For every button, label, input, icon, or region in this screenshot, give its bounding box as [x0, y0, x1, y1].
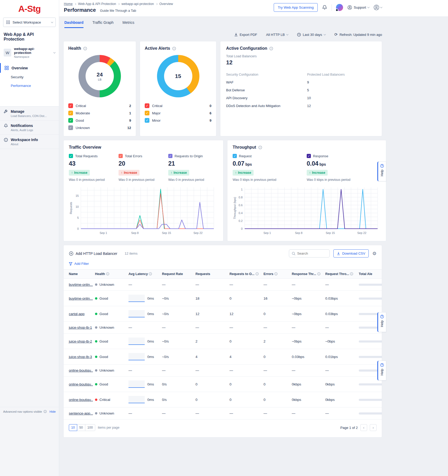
export-pdf-button[interactable]: Export PDF [234, 33, 257, 37]
total-lb-value: 12 [226, 59, 376, 66]
series-checkbox[interactable]: ✓ [119, 154, 123, 158]
table-row[interactable]: cartql-app Good 0ms ~0/s 12 12 0 ~0bps 0… [64, 306, 382, 322]
table-row[interactable]: buytime-onlin... Unknown — — — — — — — [64, 279, 382, 291]
column-header[interactable]: Response Thr... [290, 270, 323, 279]
page-size-option[interactable]: 50 [77, 424, 85, 431]
legend-item: ✓ Unknown 12 [68, 124, 131, 131]
notification-bell-icon[interactable] [322, 5, 327, 10]
series-checkbox[interactable]: ✓ [168, 154, 172, 158]
table-scroll-area[interactable]: NameHealth Avg Latency Request RateReque… [64, 269, 382, 419]
workspace-selector[interactable]: Select Workspace [3, 18, 56, 27]
alerts-donut-chart[interactable]: 15 [157, 55, 199, 97]
search-box[interactable] [289, 249, 330, 257]
tab-metrics[interactable]: Metrics [122, 20, 134, 28]
stat-note: Was 0 kbps in previous period [307, 178, 381, 182]
breadcrumb-item[interactable]: Web App & API Protection [78, 2, 116, 6]
lb-name-link[interactable]: buytime-onlin... [69, 296, 93, 300]
namespace-selector[interactable]: W webapp-api-protection Namespace [0, 45, 59, 63]
lb-name-link[interactable]: juice-shop-lb-1 [69, 326, 92, 329]
table-row[interactable]: juice-shop-lb-2 Good 0ms ~0/s 2 0 2 ~0bp… [64, 334, 382, 349]
column-header[interactable]: Requests to O... [227, 270, 261, 279]
table-row[interactable]: online-boutiqu... Unknown — — — — — — — [64, 365, 382, 377]
info-icon[interactable] [83, 47, 87, 51]
column-header[interactable]: Health [93, 270, 126, 279]
series-checkbox[interactable]: ✓ [69, 154, 73, 158]
health-donut-chart[interactable]: 24 LB [79, 55, 121, 97]
info-icon[interactable] [172, 47, 176, 51]
try-web-app-scanning-button[interactable]: Try Web App Scanning [274, 3, 317, 12]
gear-icon[interactable]: ⚙ [372, 251, 377, 256]
table-row[interactable]: online-boutiqu... Critical 0ms 0/s 0 0 0… [64, 392, 382, 407]
page-size-option[interactable]: 100 [85, 424, 95, 431]
column-header[interactable]: Avg Latency [126, 270, 160, 279]
legend-checkbox[interactable]: ✓ [145, 111, 149, 115]
svg-text:Sep 15: Sep 15 [326, 231, 335, 234]
column-header[interactable]: Errors [261, 270, 290, 279]
column-header[interactable]: Request Thro... [323, 270, 357, 279]
lb-name-link[interactable]: online-boutiqu... [69, 398, 93, 402]
sidebar-item-workspace-info[interactable]: Workspace Info About [0, 135, 59, 149]
column-header[interactable]: Requests [193, 270, 227, 279]
breadcrumb-item[interactable]: webapp-api-protection [121, 2, 154, 6]
lb-name-link[interactable]: juice-shop-lb-2 [69, 339, 92, 343]
lb-name-link[interactable]: sentence-app... [69, 411, 93, 415]
account-menu[interactable] [373, 4, 382, 10]
legend-checkbox[interactable]: ✓ [145, 118, 149, 123]
info-icon[interactable] [269, 47, 273, 51]
help-tab[interactable]: Help [377, 361, 386, 380]
legend-checkbox[interactable]: ✓ [145, 103, 149, 108]
series-checkbox[interactable]: ✓ [307, 154, 311, 158]
table-row[interactable]: juice-shop-lb-3 Good 0ms ~0/s 4 4 0 0.03… [64, 349, 382, 365]
lb-name-link[interactable]: online-boutiqu... [69, 368, 93, 372]
sidebar-item-manage[interactable]: Manage Load Balancers, CDN Dist... [0, 107, 59, 121]
download-csv-button[interactable]: Download CSV [333, 249, 369, 257]
tab-dashboard[interactable]: Dashboard [64, 20, 83, 28]
column-header[interactable]: Request Rate [160, 270, 193, 279]
chevron-down-icon [51, 21, 53, 23]
add-http-lb-button[interactable]: Add HTTP Load Balancer [69, 251, 117, 256]
support-person-icon [347, 5, 352, 10]
throughput-line-chart[interactable]: 00.20.40.60.81Sep 1Sep 8Sep 15Sep 22Thro… [233, 185, 381, 236]
tab-traffic-graph[interactable]: Traffic Graph [92, 20, 114, 28]
sidebar-item-notifications[interactable]: Notifications Alerts, Audit Logs [0, 121, 59, 135]
lb-name-link[interactable]: online-boutiqu... [69, 382, 93, 386]
help-tab[interactable]: Help [377, 312, 386, 332]
column-header[interactable]: Total Ale [357, 270, 382, 279]
series-checkbox[interactable]: ✓ [233, 154, 237, 158]
lb-name-link[interactable]: juice-shop-lb-3 [69, 355, 92, 359]
hide-nav-link[interactable]: Hide [49, 410, 56, 413]
avatar[interactable] [336, 4, 343, 11]
table-row[interactable]: sentence-app... Unknown — — — — — — — [64, 407, 382, 419]
prev-page-button[interactable]: ‹ [360, 424, 367, 431]
support-menu[interactable]: Support [347, 5, 369, 10]
legend-checkbox[interactable]: ✓ [68, 103, 73, 108]
breadcrumb-home[interactable]: Home [64, 2, 72, 6]
info-icon[interactable] [258, 145, 262, 149]
stat-value: 0.07bps [233, 160, 307, 167]
legend-checkbox[interactable]: ✓ [68, 111, 73, 115]
page-size-option[interactable]: 10 [69, 424, 77, 431]
next-page-button[interactable]: › [370, 424, 377, 431]
time-range-dropdown[interactable]: Last 30 days [297, 33, 326, 37]
search-input[interactable] [297, 251, 326, 255]
guide-me-link[interactable]: Guide Me Through a Tab [100, 9, 136, 13]
table-row[interactable]: juice-shop-lb-1 Unknown — — — — — — — [64, 322, 382, 334]
help-tab[interactable]: Help [377, 161, 386, 181]
throughput-stats: ✓ Request 0.07bps ↑Increase Was 0 kbps i… [233, 154, 381, 182]
table-row[interactable]: online-boutiqu... Good 0ms 0/s 0 0 0 0kb… [64, 377, 382, 392]
sidebar-item-performance[interactable]: Performance [0, 81, 59, 90]
breadcrumb-item[interactable]: Overview [159, 2, 173, 6]
table-row[interactable]: buytime-onlin... Good 0ms ~0/s 18 0 16 ~… [64, 291, 382, 306]
traffic-line-chart[interactable]: 051015Sep 1Sep 8Sep 15Sep 22Requests [69, 185, 218, 236]
sidebar-item-overview[interactable]: Overview [0, 63, 59, 73]
legend-checkbox[interactable]: ✓ [68, 125, 73, 130]
add-filter-button[interactable]: Add Filter [64, 259, 382, 269]
legend-checkbox[interactable]: ✓ [68, 118, 73, 123]
lb-filter-dropdown[interactable]: All HTTP LB [266, 33, 288, 37]
lb-name-link[interactable]: buytime-onlin... [69, 283, 93, 287]
lb-name-link[interactable]: cartql-app [69, 312, 85, 316]
column-header[interactable]: Name [64, 270, 93, 279]
refresh-button[interactable]: ⟳ Refresh: Updated 9 min ago [334, 32, 382, 37]
sidebar-item-security[interactable]: Security [0, 73, 59, 81]
total-lb-label: Total Load Balancers [226, 54, 376, 58]
